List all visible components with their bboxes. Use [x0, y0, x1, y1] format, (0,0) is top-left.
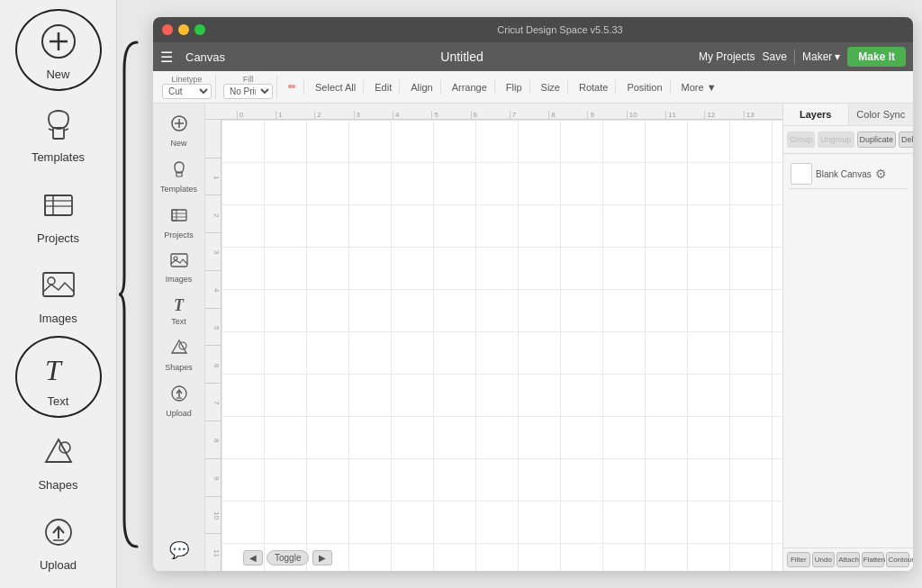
inner-upload-label: Upload — [166, 409, 192, 418]
maker-label: Maker — [802, 50, 832, 63]
flip-label: Flip — [506, 82, 522, 93]
inner-projects-item[interactable]: Projects — [155, 201, 203, 245]
ruler-mark-8: 8 — [548, 111, 587, 119]
position-button[interactable]: Position — [623, 80, 665, 95]
inner-projects-icon — [170, 206, 188, 229]
document-title: Untitled — [232, 50, 692, 64]
undo-layers-button[interactable]: Undo — [812, 552, 836, 567]
more-label: More ▼ — [682, 82, 717, 93]
sidebar-projects-label: Projects — [37, 231, 79, 245]
toolbar-align-group: Align — [403, 80, 440, 95]
sidebar-item-new[interactable]: New — [15, 9, 102, 91]
edit-button[interactable]: Edit — [371, 80, 395, 95]
feedback-button[interactable]: 💬 — [155, 535, 203, 565]
sidebar-item-projects[interactable]: Projects — [9, 176, 108, 252]
ruler-left-mark-6: 6 — [205, 345, 221, 383]
delete-button[interactable]: Delete — [899, 131, 913, 148]
ruler-mark-0 — [221, 111, 237, 119]
sidebar-item-templates[interactable]: Templates — [9, 95, 108, 171]
duplicate-button[interactable]: Duplicate — [857, 131, 897, 148]
canvas-label: Canvas — [185, 50, 225, 64]
toolbar-flip-group: Flip — [499, 80, 530, 95]
linetype-select[interactable]: Cut — [162, 84, 212, 99]
content-area: New Templates — [153, 104, 913, 571]
inner-upload-item[interactable]: Upload — [155, 379, 203, 423]
canvas-body: 1 2 3 4 5 6 7 8 9 10 11 ◀ — [205, 120, 782, 571]
more-button[interactable]: More ▼ — [678, 80, 720, 95]
linetype-label-group: Linetype Cut — [162, 75, 212, 99]
toolbar: Linetype Cut Fill No Print ✏ Select All — [153, 71, 913, 104]
brace-decoration — [117, 33, 144, 556]
tab-color-sync[interactable]: Color Sync — [849, 104, 914, 125]
align-button[interactable]: Align — [407, 80, 436, 95]
canvas-grid[interactable]: ◀ Toggle ▶ — [221, 120, 782, 571]
sidebar-upload-label: Upload — [40, 558, 77, 572]
size-button[interactable]: Size — [538, 80, 564, 95]
save-button[interactable]: Save — [763, 50, 787, 63]
app-window: Cricut Design Space v5.5.33 ☰ Canvas Unt… — [153, 17, 913, 571]
tab-layers[interactable]: Layers — [783, 104, 849, 125]
canvas-bottom-bar: ◀ Toggle ▶ — [243, 550, 332, 565]
fill-select[interactable]: No Print — [223, 84, 273, 99]
close-button[interactable] — [162, 24, 173, 35]
sidebar-text-label: Text — [48, 394, 69, 408]
toolbar-size-group: Size — [534, 80, 568, 95]
app-title: Cricut Design Space v5.5.33 — [216, 24, 904, 35]
minimize-button[interactable] — [178, 24, 189, 35]
inner-sidebar: New Templates — [153, 104, 205, 571]
sidebar-item-shapes[interactable]: Shapes — [9, 421, 108, 498]
flip-button[interactable]: Flip — [502, 80, 526, 95]
sidebar-item-text[interactable]: T Text — [15, 336, 102, 418]
my-projects-button[interactable]: My Projects — [699, 50, 755, 63]
toolbar-fill-group: Fill No Print — [220, 75, 277, 99]
ruler-mark-4: 4 — [393, 111, 431, 119]
new-icon — [36, 19, 81, 64]
toolbar-select-all-group: Select All — [308, 80, 364, 95]
edit-label: Edit — [375, 82, 392, 93]
blank-canvas-row: Blank Canvas ⚙ — [789, 159, 908, 189]
hamburger-menu[interactable]: ☰ — [160, 49, 173, 66]
canvas-area: 0 1 2 3 4 5 6 7 8 9 10 11 12 13 — [205, 104, 782, 571]
inner-new-item[interactable]: New — [155, 109, 203, 153]
sidebar-item-images[interactable]: Images — [9, 256, 108, 332]
inner-images-item[interactable]: Images — [155, 247, 203, 289]
attach-button[interactable]: Attach — [836, 552, 860, 567]
ruler-left-mark-3: 3 — [205, 232, 221, 270]
ruler-mark-2: 2 — [314, 111, 353, 119]
ungroup-button[interactable]: Ungroup — [818, 131, 854, 148]
redo-button[interactable]: ▶ — [312, 550, 332, 565]
svg-text:T: T — [45, 354, 63, 385]
svg-rect-20 — [172, 210, 186, 221]
make-it-button[interactable]: Make It — [847, 47, 906, 67]
sidebar-images-label: Images — [39, 312, 77, 325]
inner-text-item[interactable]: T Text — [155, 291, 203, 331]
sidebar-new-label: New — [46, 68, 69, 81]
traffic-lights — [162, 24, 205, 35]
ruler-mark-9: 9 — [587, 111, 626, 119]
blank-canvas-label: Blank Canvas — [816, 169, 872, 179]
pen-tool-button[interactable]: ✏ — [285, 79, 300, 95]
filter-button[interactable]: Filter — [787, 552, 810, 567]
canvas-settings-icon[interactable]: ⚙ — [875, 167, 887, 181]
inner-templates-item[interactable]: Templates — [155, 155, 203, 199]
toolbar-edit-group: Edit — [367, 80, 400, 95]
group-button[interactable]: Group — [787, 131, 815, 148]
flatten-button[interactable]: Flatten — [862, 552, 885, 567]
toggle-group[interactable]: Toggle — [267, 550, 309, 565]
inner-shapes-item[interactable]: Shapes — [155, 333, 203, 377]
projects-icon — [36, 183, 81, 228]
rotate-button[interactable]: Rotate — [575, 80, 611, 95]
select-all-button[interactable]: Select All — [312, 80, 359, 95]
maximize-button[interactable] — [194, 24, 205, 35]
text-icon: T — [36, 346, 81, 391]
menu-right-area: My Projects Save Maker ▾ Make It — [699, 47, 906, 67]
right-panel-body: Blank Canvas ⚙ — [783, 154, 913, 547]
contour-button[interactable]: Contour — [886, 552, 909, 567]
ruler-mark-10: 10 — [627, 111, 665, 119]
maker-dropdown[interactable]: Maker ▾ — [802, 50, 840, 63]
sidebar-item-upload[interactable]: Upload — [9, 502, 108, 579]
inner-new-icon — [170, 114, 188, 137]
undo-button[interactable]: ◀ — [243, 550, 263, 565]
inner-templates-label: Templates — [160, 185, 197, 194]
arrange-button[interactable]: Arrange — [448, 80, 491, 95]
